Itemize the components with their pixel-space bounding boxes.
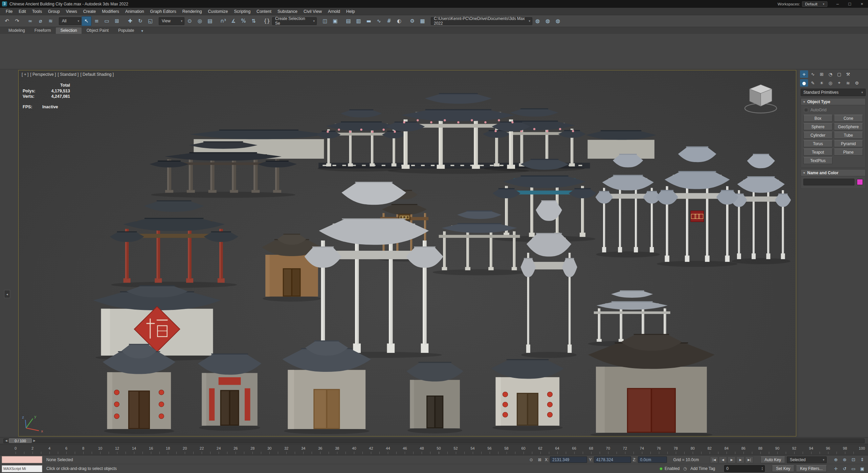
menu-graph-editors[interactable]: Graph Editors bbox=[147, 8, 179, 15]
object-type-button-box[interactable]: Box bbox=[803, 115, 832, 122]
tab-motion-icon[interactable]: ◔ bbox=[826, 70, 834, 78]
go-to-start-icon[interactable]: |◀ bbox=[710, 456, 718, 463]
next-frame-icon[interactable]: ▶ bbox=[736, 456, 744, 463]
category-cameras-icon[interactable]: ◎ bbox=[826, 79, 834, 87]
ribbon-tab-object-paint[interactable]: Object Paint bbox=[82, 27, 113, 34]
menu-arnold[interactable]: Arnold bbox=[325, 8, 343, 15]
current-frame-field[interactable]: 0 ▴▾ bbox=[724, 465, 765, 472]
object-type-button-geosphere[interactable]: GeoSphere bbox=[834, 123, 863, 130]
viewport-pov-label[interactable]: [ Perspective ] bbox=[30, 72, 56, 77]
select-and-link-icon[interactable]: ∞ bbox=[25, 16, 35, 26]
object-type-button-sphere[interactable]: Sphere bbox=[803, 123, 832, 130]
field-of-view-icon[interactable]: ⇕ bbox=[858, 456, 866, 463]
scene-explorer-icon[interactable]: ▤ bbox=[343, 16, 353, 26]
selection-region-icon[interactable]: ▭ bbox=[102, 16, 112, 26]
minimize-button[interactable]: – bbox=[831, 0, 844, 8]
use-center-icon[interactable]: ⊙ bbox=[185, 16, 195, 26]
go-to-end-icon[interactable]: ▶| bbox=[745, 456, 753, 463]
object-type-button-textplus[interactable]: TextPlus bbox=[803, 157, 832, 164]
viewport-menu-plus[interactable]: [ + ] bbox=[22, 72, 28, 77]
select-and-scale-icon[interactable]: ◱ bbox=[146, 16, 155, 26]
maximize-viewport-icon[interactable]: ▣ bbox=[858, 465, 866, 472]
menu-animation[interactable]: Animation bbox=[122, 8, 147, 15]
menu-customize[interactable]: Customize bbox=[205, 8, 231, 15]
tab-hierarchy-icon[interactable]: ⊞ bbox=[818, 70, 826, 78]
time-slider-handle[interactable]: 0 / 100 bbox=[9, 438, 32, 443]
reference-coordinate-dropdown[interactable]: View ▾ bbox=[159, 17, 184, 25]
ribbon-tab-selection[interactable]: Selection bbox=[56, 27, 81, 34]
key-mode-dropdown[interactable]: Selected ▾ bbox=[787, 456, 827, 463]
curve-editor-icon[interactable]: ∿ bbox=[374, 16, 384, 26]
object-color-swatch[interactable] bbox=[857, 179, 863, 185]
selection-lock-icon[interactable]: ⊠ bbox=[536, 456, 543, 463]
object-type-button-torus[interactable]: Torus bbox=[803, 140, 832, 147]
align-icon[interactable]: ▣ bbox=[330, 16, 340, 26]
select-and-rotate-icon[interactable]: ↻ bbox=[135, 16, 145, 26]
z-coordinate-field[interactable]: 0.0cm bbox=[638, 456, 667, 463]
select-by-name-icon[interactable]: ≡ bbox=[92, 16, 102, 26]
project-folder-dropdown[interactable]: C:\Users\Kennt-PC\OneDrive\Documents\3ds… bbox=[431, 17, 532, 25]
tab-display-icon[interactable]: ▢ bbox=[835, 70, 843, 78]
snaps-toggle-icon[interactable]: ∩³ bbox=[218, 16, 228, 26]
x-coordinate-field[interactable]: 2131.349 bbox=[550, 456, 587, 463]
spinner-snap-icon[interactable]: ⇅ bbox=[249, 16, 259, 26]
close-button[interactable]: × bbox=[856, 0, 868, 8]
app-logo-icon[interactable]: 3 bbox=[2, 1, 7, 6]
named-selection-sets-icon[interactable]: {} bbox=[262, 16, 272, 26]
enabled-label[interactable]: Enabled bbox=[665, 466, 680, 471]
render-setup-icon[interactable]: ⚙ bbox=[407, 16, 417, 26]
maxscript-mini-listener[interactable]: MAXScript Mi bbox=[2, 465, 42, 472]
category-spacewarps-icon[interactable]: ≋ bbox=[844, 79, 852, 87]
category-geometry-icon[interactable]: ● bbox=[800, 79, 808, 87]
autogrid-checkbox[interactable] bbox=[804, 108, 808, 112]
y-coordinate-field[interactable]: 4178.324 bbox=[594, 456, 631, 463]
percent-snap-icon[interactable]: % bbox=[239, 16, 248, 26]
perspective-viewport[interactable]: [ + ] [ Perspective ] [ Standard ] [ Def… bbox=[18, 70, 796, 436]
macro-recorder-field[interactable] bbox=[2, 456, 42, 463]
named-selection-set-dropdown[interactable]: Create Selection Se ▾ bbox=[272, 17, 317, 25]
pan-icon[interactable]: ✛ bbox=[832, 465, 840, 472]
rendered-frame-window-icon[interactable]: ▦ bbox=[418, 16, 427, 26]
category-lights-icon[interactable]: ☀ bbox=[818, 79, 826, 87]
tab-modify-icon[interactable]: ∿ bbox=[809, 70, 817, 78]
auto-key-button[interactable]: Auto Key bbox=[760, 456, 785, 463]
selection-filter-dropdown[interactable]: All ▾ bbox=[59, 17, 81, 25]
name-color-rollout-header[interactable]: ▾ Name and Color bbox=[801, 169, 866, 176]
layer-explorer-icon[interactable]: ▥ bbox=[354, 16, 363, 26]
menu-content[interactable]: Content bbox=[253, 8, 274, 15]
object-type-button-pyramid[interactable]: Pyramid bbox=[834, 140, 863, 147]
object-type-button-cylinder[interactable]: Cylinder bbox=[803, 132, 832, 139]
menu-substance[interactable]: Substance bbox=[274, 8, 301, 15]
time-slider-track[interactable]: ◀ 0 / 100 ▶ bbox=[3, 438, 865, 443]
category-shapes-icon[interactable]: ✎ bbox=[809, 79, 817, 87]
keyboard-override-icon[interactable]: ▤ bbox=[205, 16, 215, 26]
viewport-scene[interactable] bbox=[19, 70, 796, 436]
zoom-extents-icon[interactable]: ⊡ bbox=[849, 456, 858, 463]
primitives-dropdown[interactable]: Standard Primitives ▾ bbox=[801, 89, 866, 96]
window-crossing-icon[interactable]: ⊞ bbox=[112, 16, 122, 26]
ribbon-tab-populate[interactable]: Populate bbox=[114, 27, 138, 34]
object-type-button-teapot[interactable]: Teapot bbox=[803, 149, 832, 156]
menu-help[interactable]: Help bbox=[343, 8, 358, 15]
select-and-move-icon[interactable]: ✚ bbox=[125, 16, 135, 26]
viewport-shading-label[interactable]: [ Default Shading ] bbox=[80, 72, 114, 77]
schematic-view-icon[interactable]: # bbox=[384, 16, 394, 26]
zoom-icon[interactable]: ⊕ bbox=[832, 456, 840, 463]
menu-rendering[interactable]: Rendering bbox=[179, 8, 205, 15]
object-type-button-cone[interactable]: Cone bbox=[834, 115, 863, 122]
track-bar[interactable]: 0246810121416182022242628303234363840424… bbox=[0, 444, 868, 455]
render-iterative-icon[interactable]: ◍ bbox=[543, 16, 553, 26]
ribbon-tab-freeform[interactable]: Freeform bbox=[30, 27, 55, 34]
viewport-layout-tab-button[interactable]: ◂ bbox=[4, 290, 10, 298]
viewcube[interactable] bbox=[740, 79, 781, 119]
select-and-manipulate-icon[interactable]: ◎ bbox=[195, 16, 205, 26]
redo-icon[interactable]: ↷ bbox=[12, 16, 22, 26]
add-time-tag[interactable]: Add Time Tag bbox=[690, 466, 715, 471]
undo-icon[interactable]: ↶ bbox=[2, 16, 12, 26]
object-type-button-plane[interactable]: Plane bbox=[834, 149, 863, 156]
maximize-button[interactable]: □ bbox=[844, 0, 856, 8]
select-object-icon[interactable]: ↖ bbox=[82, 16, 91, 26]
menu-create[interactable]: Create bbox=[80, 8, 99, 15]
ribbon-overflow-icon[interactable]: ▾ bbox=[139, 28, 146, 34]
menu-group[interactable]: Group bbox=[45, 8, 63, 15]
